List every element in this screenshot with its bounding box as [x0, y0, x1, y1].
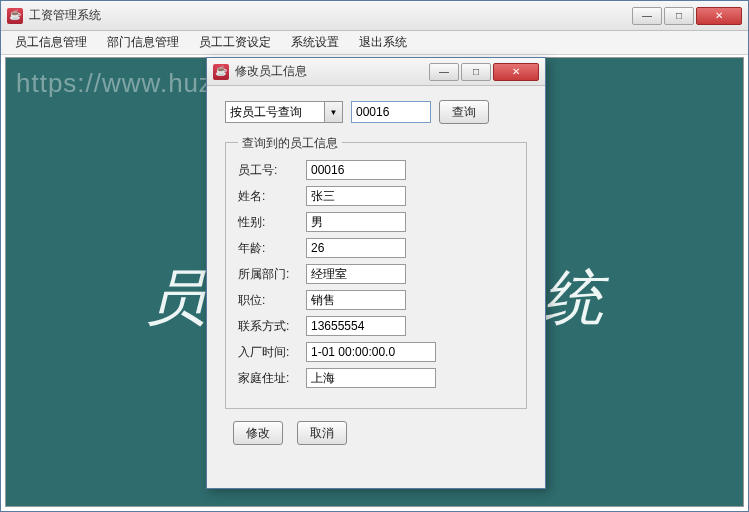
label-dept: 所属部门: — [238, 266, 306, 283]
menu-dept-info[interactable]: 部门信息管理 — [97, 31, 189, 54]
menu-exit[interactable]: 退出系统 — [349, 31, 417, 54]
input-gender[interactable] — [306, 212, 406, 232]
chevron-down-icon[interactable]: ▼ — [325, 101, 343, 123]
employee-form: 员工号: 姓名: 性别: 年龄: 所属部门: 职位: 联系方式: 入厂时间: 家… — [238, 160, 514, 388]
search-value-input[interactable] — [351, 101, 431, 123]
search-mode-input[interactable] — [225, 101, 325, 123]
label-hire: 入厂时间: — [238, 344, 306, 361]
maximize-button[interactable]: □ — [664, 7, 694, 25]
label-address: 家庭住址: — [238, 370, 306, 387]
modify-button[interactable]: 修改 — [233, 421, 283, 445]
bg-text-left: 员 — [146, 258, 206, 339]
input-position[interactable] — [306, 290, 406, 310]
cancel-button[interactable]: 取消 — [297, 421, 347, 445]
menu-system-settings[interactable]: 系统设置 — [281, 31, 349, 54]
label-emp-id: 员工号: — [238, 162, 306, 179]
java-icon — [7, 8, 23, 24]
java-icon — [213, 64, 229, 80]
dialog-maximize-button[interactable]: □ — [461, 63, 491, 81]
row-position: 职位: — [238, 290, 514, 310]
edit-employee-dialog: 修改员工信息 — □ ✕ ▼ 查询 查询到的员工信息 员工号: 姓名: — [206, 57, 546, 489]
row-address: 家庭住址: — [238, 368, 514, 388]
employee-info-fieldset: 查询到的员工信息 员工号: 姓名: 性别: 年龄: 所属部门: 职位: 联系方式… — [225, 142, 527, 409]
dialog-titlebar: 修改员工信息 — □ ✕ — [207, 58, 545, 86]
input-dept[interactable] — [306, 264, 406, 284]
label-gender: 性别: — [238, 214, 306, 231]
label-contact: 联系方式: — [238, 318, 306, 335]
row-dept: 所属部门: — [238, 264, 514, 284]
row-age: 年龄: — [238, 238, 514, 258]
row-contact: 联系方式: — [238, 316, 514, 336]
input-emp-id[interactable] — [306, 160, 406, 180]
label-name: 姓名: — [238, 188, 306, 205]
dialog-body: ▼ 查询 查询到的员工信息 员工号: 姓名: 性别: 年龄: 所属部门: 职位:… — [207, 86, 545, 459]
menubar: 员工信息管理 部门信息管理 员工工资设定 系统设置 退出系统 — [1, 31, 748, 55]
close-button[interactable]: ✕ — [696, 7, 742, 25]
dialog-window-controls: — □ ✕ — [427, 63, 539, 81]
menu-employee-info[interactable]: 员工信息管理 — [5, 31, 97, 54]
dialog-title: 修改员工信息 — [235, 63, 427, 80]
input-name[interactable] — [306, 186, 406, 206]
main-window: 工资管理系统 — □ ✕ 员工信息管理 部门信息管理 员工工资设定 系统设置 退… — [0, 0, 749, 512]
minimize-button[interactable]: — — [632, 7, 662, 25]
dialog-close-button[interactable]: ✕ — [493, 63, 539, 81]
main-titlebar: 工资管理系统 — □ ✕ — [1, 1, 748, 31]
search-row: ▼ 查询 — [225, 100, 527, 124]
row-gender: 性别: — [238, 212, 514, 232]
search-button[interactable]: 查询 — [439, 100, 489, 124]
menu-salary-set[interactable]: 员工工资设定 — [189, 31, 281, 54]
action-row: 修改 取消 — [225, 421, 527, 445]
window-controls: — □ ✕ — [630, 7, 742, 25]
search-mode-combo[interactable]: ▼ — [225, 101, 343, 123]
input-contact[interactable] — [306, 316, 406, 336]
input-hire[interactable] — [306, 342, 436, 362]
label-position: 职位: — [238, 292, 306, 309]
label-age: 年龄: — [238, 240, 306, 257]
row-hire: 入厂时间: — [238, 342, 514, 362]
dialog-minimize-button[interactable]: — — [429, 63, 459, 81]
row-emp-id: 员工号: — [238, 160, 514, 180]
input-age[interactable] — [306, 238, 406, 258]
input-address[interactable] — [306, 368, 436, 388]
main-title: 工资管理系统 — [29, 7, 630, 24]
bg-text-right: 统 — [543, 258, 603, 339]
row-name: 姓名: — [238, 186, 514, 206]
fieldset-legend: 查询到的员工信息 — [238, 135, 342, 152]
